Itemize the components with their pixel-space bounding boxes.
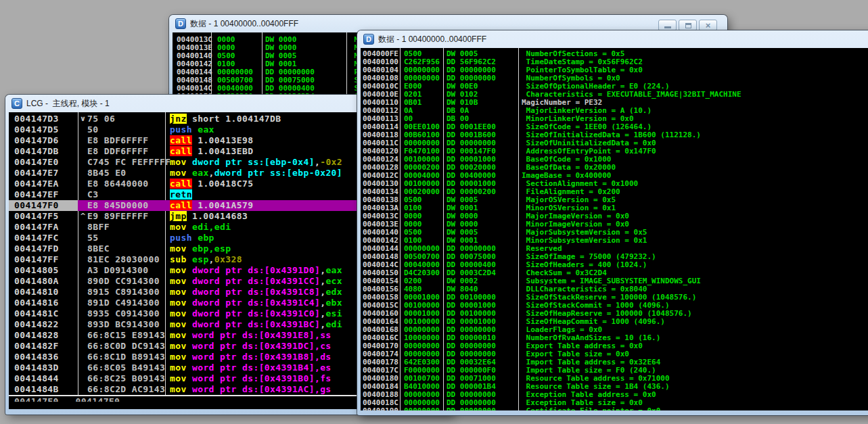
disasm-address: 004147F0 [9,200,78,211]
disasm-address: 00414810 [9,287,78,298]
disasm-address: 004147DB [9,146,78,157]
disasm-bytes: 891D C4914300 [87,298,160,308]
disasm-address: 00414805 [9,265,78,276]
disasm-address: 004147FD [9,243,78,254]
data-window-back-title: 数据 - 1 00400000..00400FFF [190,18,298,30]
disasm-bytes: 81EC 28030000 [87,254,160,265]
disasm-bytes: 66:8C2D AC9143 [87,384,165,395]
disasm-command: mov dword ptr ds:[0x4391D0],eax [170,265,342,276]
disasm-bytes: 75 06 [87,114,115,124]
data-window-front: D 数据 - 1 00400000..00400FFF 004000FE0500… [357,30,868,415]
disasm-command: mov dword ptr ss:[ebp-0x4],-0x2 [170,157,342,168]
restore-button[interactable] [679,20,697,31]
disasm-command: call 1.00413E98 [170,135,253,146]
disasm-bytes: 8BEC [87,243,110,254]
disasm-command: mov word ptr ds:[0x4391B0],fs [170,373,332,384]
disasm-bytes: E8 BDF6FFFF [87,135,149,146]
disasm-address: 00414844 [9,373,78,384]
disasm-command: mov word ptr ds:[0x4391B8],ds [170,352,332,362]
disasm-address: 004147FC [9,233,78,243]
disasm-address: 004147D5 [9,124,78,135]
disasm-command: sub esp,0x328 [170,254,242,265]
disasm-bytes: 50 [87,124,98,135]
disasm-bytes: E8 86440000 [87,179,149,189]
disasm-command: mov word ptr ds:[0x4391E8],ss [170,330,332,341]
disasm-command: call 1.00418C75 [170,179,253,189]
disasm-bytes: 66:8C0D DC9143 [87,341,165,352]
disasm-bytes: E8 845D0000 [87,200,149,211]
disasm-bytes: C3 [87,189,98,200]
disasm-command: mov dword ptr ds:[0x4391C8],edx [170,287,342,298]
disasm-command: mov dword ptr ds:[0x4391C4],ebx [170,298,342,308]
disasm-command: push eax [170,124,214,135]
disasm-address: 0041483D [9,362,78,373]
disasm-command: mov word ptr ds:[0x4391DC],cs [170,341,332,352]
disasm-address: 0041482F [9,341,78,352]
disasm-bytes: 8935 C0914300 [87,308,160,319]
disasm-command: mov ebp,esp [170,243,231,254]
disasm-bytes: A3 D0914300 [87,265,149,276]
disasm-command: mov dword ptr ds:[0x4391BC],edi [170,319,342,330]
disasm-bytes: E9 89FEFFFF [87,211,149,222]
disasm-address: 004147FA [9,222,78,233]
disasm-command: mov edi,edi [170,222,231,233]
disasm-address: 004147E7 [9,168,78,179]
disasm-address: 00414836 [9,352,78,362]
dump-address: 00400190 [363,407,398,410]
data-window-icon[interactable]: D [175,18,186,29]
disasm-command: jmp 1.00414683 [170,211,248,222]
disasm-address: 0041480A [9,276,78,287]
data-window-icon[interactable]: D [363,34,374,45]
disasm-command: mov word ptr ds:[0x4391B4],es [170,362,332,373]
disasm-bytes: 66:8C1D B89143 [87,352,165,362]
dump-disassembly: DD 00000000 [447,407,496,410]
disasm-bytes: 890D CC914300 [87,276,160,287]
disasm-address: 004147EA [9,179,78,189]
cpu-window-title: LCG - 主线程, 模块 - 1 [26,98,110,110]
close-icon: × [700,20,716,30]
disasm-address: 004147FF [9,254,78,265]
minimize-icon [664,26,671,28]
disasm-bytes: E8 DDF6FFFF [87,146,149,157]
data-window-front-title: 数据 - 1 00400000..00400FFF [378,34,486,45]
data-window-front-titlebar[interactable]: D 数据 - 1 00400000..00400FFF [357,30,868,48]
disasm-address: 004147EF [9,189,78,200]
disasm-command: mov dword ptr ds:[0x4391CC],ecx [170,276,342,287]
dump-comment: Certificate File pointer = 0x0 [522,407,660,410]
disasm-address: 004147D6 [9,135,78,146]
disasm-command: push ebp [170,233,214,243]
disasm-address: 00414816 [9,298,78,308]
disasm-bytes: 8B45 E0 [87,168,127,179]
disasm-command: mov word ptr ds:[0x4391AC],gs [170,384,332,395]
disasm-command: call 1.0041A579 [170,200,253,211]
cpu-window-icon[interactable]: C [12,98,22,109]
close-button[interactable]: × [699,20,717,31]
disasm-bytes: 8915 C8914300 [87,287,160,298]
disasm-address: 004147F5 [9,211,78,222]
disasm-address: 004147D3 [9,114,78,124]
disasm-command: call 1.00413EBD [170,146,253,157]
disasm-bytes: 66:8C25 B09143 [87,373,165,384]
disasm-bytes: 55 [87,233,98,243]
dump-row[interactable]: 0040010E0201DW 0102 Characteristics = EX… [361,91,868,99]
disasm-bytes: 8BFF [87,222,110,233]
disasm-address: 0041484B [9,384,78,395]
dump-row[interactable]: 0040019000000000DD 00000000 Certificate … [361,407,868,410]
disasm-command: jnz short 1.004147DB [170,114,281,124]
disasm-command: retn [170,189,192,200]
desktop: { "colors": { "desktop": "#ababab", "gre… [0,0,868,424]
restore-icon [685,23,691,28]
disasm-bytes: 66:8C05 B49143 [87,362,165,373]
disasm-command: mov eax,dword ptr ss:[ebp-0x20] [170,168,342,179]
dump-hex-value: 00000000 [404,407,440,410]
disasm-address: 0041481C [9,308,78,319]
disasm-command: mov dword ptr ds:[0x4391C0],esi [170,308,342,319]
disasm-address: 004147E0 [9,157,78,168]
disasm-bytes: 893D BC914300 [87,319,160,330]
jump-direction-marker: ∨ [80,114,86,124]
minimize-button[interactable] [658,20,677,31]
disasm-address: 00414822 [9,319,78,330]
disasm-bytes: C745 FC FEFFFFF [87,157,170,168]
data-dump-front: 004000FE0500DW 0005 NumberOfSections = 0… [361,48,868,410]
disasm-address: 00414828 [9,330,78,341]
